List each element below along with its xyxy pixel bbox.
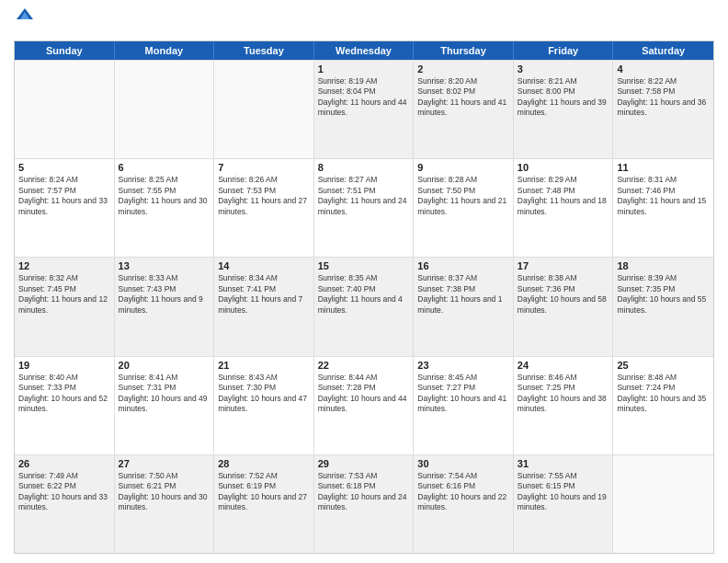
sunrise-text: Sunrise: 8:41 AM [119,373,210,383]
sunset-text: Sunset: 6:15 PM [518,481,609,491]
calendar-cell: 26Sunrise: 7:49 AMSunset: 6:22 PMDayligh… [15,455,115,553]
sunrise-text: Sunrise: 8:21 AM [518,76,609,86]
daylight-text: Daylight: 11 hours and 41 minutes. [417,98,509,119]
sunrise-text: Sunrise: 8:48 AM [617,373,710,383]
sunrise-text: Sunrise: 8:33 AM [119,273,210,283]
weekday-header: Monday [115,41,215,60]
sunset-text: Sunset: 7:41 PM [218,284,310,294]
daylight-text: Daylight: 11 hours and 15 minutes. [617,196,710,217]
calendar-cell: 8Sunrise: 8:27 AMSunset: 7:51 PMDaylight… [314,159,415,257]
sunrise-text: Sunrise: 7:55 AM [518,471,609,481]
calendar-cell: 12Sunrise: 8:32 AMSunset: 7:45 PMDayligh… [15,258,115,355]
daylight-text: Daylight: 11 hours and 12 minutes. [18,294,110,316]
day-number: 17 [518,260,609,271]
calendar-cell [15,61,115,158]
sunrise-text: Sunrise: 8:34 AM [218,273,310,283]
daylight-text: Daylight: 11 hours and 1 minute. [417,294,509,316]
calendar-cell: 21Sunrise: 8:43 AMSunset: 7:30 PMDayligh… [214,357,314,454]
calendar-cell: 30Sunrise: 7:54 AMSunset: 6:16 PMDayligh… [414,455,514,553]
calendar-cell: 13Sunrise: 8:33 AMSunset: 7:43 PMDayligh… [115,258,215,355]
daylight-text: Daylight: 10 hours and 52 minutes. [18,394,110,415]
calendar-cell: 10Sunrise: 8:29 AMSunset: 7:48 PMDayligh… [514,159,614,257]
weekday-header: Wednesday [314,41,415,60]
calendar: SundayMondayTuesdayWednesdayThursdayFrid… [14,40,714,554]
day-number: 12 [18,260,110,271]
calendar-row: 1Sunrise: 8:19 AMSunset: 8:04 PMDaylight… [15,60,713,158]
day-number: 6 [119,162,210,173]
weekday-header: Saturday [613,41,713,60]
calendar-cell: 23Sunrise: 8:45 AMSunset: 7:27 PMDayligh… [414,357,514,454]
day-number: 4 [617,63,710,75]
calendar-cell: 11Sunrise: 8:31 AMSunset: 7:46 PMDayligh… [613,159,713,257]
sunrise-text: Sunrise: 8:44 AM [318,373,410,383]
calendar-cell: 5Sunrise: 8:24 AMSunset: 7:57 PMDaylight… [15,159,115,257]
calendar-cell: 31Sunrise: 7:55 AMSunset: 6:15 PMDayligh… [514,455,614,553]
daylight-text: Daylight: 10 hours and 58 minutes. [518,294,609,316]
sunrise-text: Sunrise: 8:26 AM [218,175,310,185]
logo [14,13,33,33]
sunset-text: Sunset: 7:27 PM [417,383,509,393]
day-number: 20 [119,360,210,371]
sunset-text: Sunset: 7:51 PM [318,186,410,196]
sunrise-text: Sunrise: 8:39 AM [617,273,710,283]
sunset-text: Sunset: 7:43 PM [119,284,210,294]
daylight-text: Daylight: 11 hours and 39 minutes. [518,98,609,119]
calendar-cell: 9Sunrise: 8:28 AMSunset: 7:50 PMDaylight… [414,159,514,257]
sunset-text: Sunset: 7:33 PM [18,383,110,393]
sunset-text: Sunset: 7:36 PM [518,284,609,294]
daylight-text: Daylight: 11 hours and 9 minutes. [119,294,210,316]
calendar-cell: 22Sunrise: 8:44 AMSunset: 7:28 PMDayligh… [314,357,415,454]
daylight-text: Daylight: 11 hours and 44 minutes. [318,98,410,119]
sunrise-text: Sunrise: 8:38 AM [518,273,609,283]
sunrise-text: Sunrise: 8:25 AM [119,175,210,185]
sunset-text: Sunset: 7:55 PM [119,186,210,196]
calendar-cell: 19Sunrise: 8:40 AMSunset: 7:33 PMDayligh… [15,357,115,454]
day-number: 21 [218,360,310,371]
daylight-text: Daylight: 11 hours and 30 minutes. [119,196,210,217]
calendar-cell: 14Sunrise: 8:34 AMSunset: 7:41 PMDayligh… [214,258,314,355]
day-number: 11 [617,162,710,173]
day-number: 2 [417,63,509,75]
sunrise-text: Sunrise: 8:37 AM [417,273,509,283]
sunset-text: Sunset: 7:50 PM [417,186,509,196]
sunrise-text: Sunrise: 8:27 AM [318,175,410,185]
day-number: 31 [518,458,609,469]
sunset-text: Sunset: 6:19 PM [218,481,310,491]
daylight-text: Daylight: 10 hours and 47 minutes. [218,394,310,415]
sunrise-text: Sunrise: 8:19 AM [318,76,410,86]
sunset-text: Sunset: 7:58 PM [617,86,710,97]
sunset-text: Sunset: 7:57 PM [18,186,110,196]
day-number: 3 [518,63,609,75]
day-number: 27 [119,458,210,469]
calendar-cell: 4Sunrise: 8:22 AMSunset: 7:58 PMDaylight… [613,61,713,158]
sunset-text: Sunset: 6:18 PM [318,481,410,491]
daylight-text: Daylight: 10 hours and 33 minutes. [18,492,110,513]
weekday-header: Tuesday [214,41,314,60]
sunrise-text: Sunrise: 7:53 AM [318,471,410,481]
sunset-text: Sunset: 7:30 PM [218,383,310,393]
day-number: 16 [417,260,509,271]
daylight-text: Daylight: 11 hours and 4 minutes. [318,294,410,316]
day-number: 5 [18,162,110,173]
calendar-cell [214,61,314,158]
sunset-text: Sunset: 8:00 PM [518,86,609,97]
sunrise-text: Sunrise: 8:20 AM [417,76,509,86]
daylight-text: Daylight: 11 hours and 33 minutes. [18,196,110,217]
calendar-cell [115,61,215,158]
calendar-cell: 2Sunrise: 8:20 AMSunset: 8:02 PMDaylight… [414,61,514,158]
sunrise-text: Sunrise: 7:52 AM [218,471,310,481]
weekday-header: Friday [514,41,614,60]
calendar-cell: 27Sunrise: 7:50 AMSunset: 6:21 PMDayligh… [115,455,215,553]
day-number: 1 [318,63,410,75]
weekday-header: Thursday [414,41,514,60]
sunset-text: Sunset: 7:38 PM [417,284,509,294]
sunset-text: Sunset: 7:35 PM [617,284,710,294]
page: SundayMondayTuesdayWednesdayThursdayFrid… [0,0,728,563]
day-number: 29 [318,458,410,469]
sunset-text: Sunset: 7:28 PM [318,383,410,393]
daylight-text: Daylight: 10 hours and 24 minutes. [318,492,410,513]
sunset-text: Sunset: 7:31 PM [119,383,210,393]
daylight-text: Daylight: 10 hours and 41 minutes. [417,394,509,415]
calendar-cell: 20Sunrise: 8:41 AMSunset: 7:31 PMDayligh… [115,357,215,454]
calendar-cell [613,455,713,553]
